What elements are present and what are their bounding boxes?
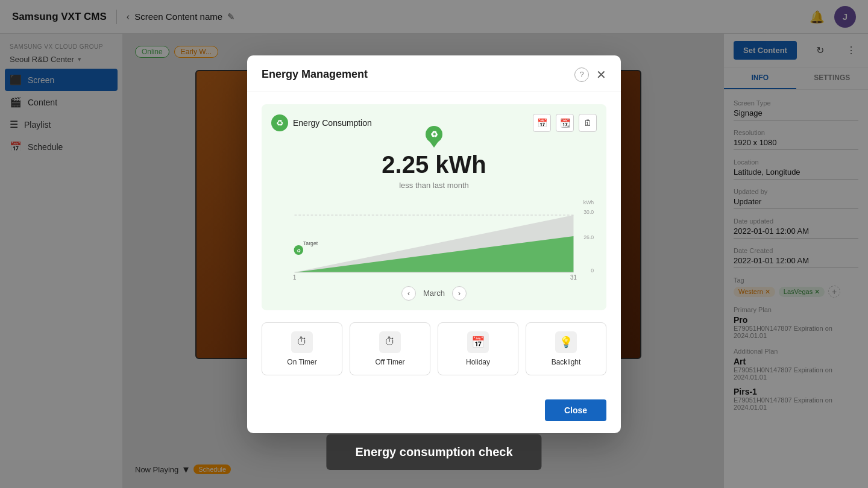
modal-header: Energy Management ? ✕ (247, 55, 621, 92)
calendar-week-icon[interactable]: 📆 (556, 114, 574, 132)
chart-nav: ‹ March › (271, 286, 597, 301)
modal-footer: Close (247, 399, 621, 433)
energy-card: ♻ Energy Consumption 📅 📆 🗓 (262, 104, 606, 310)
chart-month-label: March (423, 289, 445, 298)
modal-overlay[interactable]: Energy Management ? ✕ ♻ Energy Consumpti… (0, 0, 868, 488)
svg-text:1: 1 (293, 274, 296, 280)
svg-text:♻: ♻ (430, 130, 438, 139)
backlight-button[interactable]: 💡 Backlight (526, 322, 606, 375)
calendar-month-icon[interactable]: 🗓 (579, 114, 597, 132)
svg-text:kWh: kWh (583, 199, 594, 205)
energy-leaf-icon: ♻ (271, 114, 288, 131)
off-timer-icon: ⏱ (379, 331, 401, 353)
chart-next-button[interactable]: › (452, 286, 467, 301)
svg-text:♻: ♻ (297, 248, 301, 253)
svg-text:0: 0 (591, 267, 594, 273)
energy-sub-label: less than last month (271, 181, 597, 190)
svg-text:30.0: 30.0 (583, 208, 594, 214)
backlight-label: Backlight (552, 358, 581, 366)
svg-marker-1 (428, 139, 440, 148)
svg-marker-9 (295, 236, 574, 272)
modal-title: Energy Management (262, 68, 368, 81)
holiday-button[interactable]: 📅 Holiday (438, 322, 518, 375)
on-timer-button[interactable]: ⏱ On Timer (262, 322, 342, 375)
location-pin-icon: ♻ (424, 126, 444, 148)
energy-section-title: Energy Consumption (293, 118, 372, 128)
feature-buttons-row: ⏱ On Timer ⏱ Off Timer 📅 Holiday 💡 Backl… (262, 322, 606, 375)
off-timer-label: Off Timer (375, 358, 404, 366)
chart-prev-button[interactable]: ‹ (401, 286, 416, 301)
calendar-icons: 📅 📆 🗓 (533, 114, 597, 132)
calendar-day-icon[interactable]: 📅 (533, 114, 551, 132)
on-timer-icon: ⏱ (291, 331, 313, 353)
energy-value: 2.25 kWh (382, 151, 486, 178)
bottom-tooltip: Energy consumption check (326, 434, 541, 470)
chart-area: kWh 30.0 26.0 0 Target (271, 197, 597, 281)
on-timer-label: On Timer (287, 358, 316, 366)
backlight-icon: 💡 (555, 331, 577, 353)
energy-card-title: ♻ Energy Consumption (271, 114, 372, 131)
svg-text:26.0: 26.0 (583, 234, 594, 240)
svg-text:31: 31 (570, 274, 577, 280)
close-icon[interactable]: ✕ (596, 69, 606, 81)
holiday-icon: 📅 (467, 331, 489, 353)
off-timer-button[interactable]: ⏱ Off Timer (350, 322, 430, 375)
energy-main: ♻ 2.25 kWh less than last month (271, 139, 597, 190)
holiday-label: Holiday (466, 358, 490, 366)
modal-close-button[interactable]: Close (545, 399, 606, 421)
help-icon[interactable]: ? (574, 67, 589, 82)
modal-header-actions: ? ✕ (574, 67, 606, 82)
energy-chart: kWh 30.0 26.0 0 Target (271, 197, 597, 281)
svg-text:Target: Target (303, 240, 318, 246)
modal-body: ♻ Energy Consumption 📅 📆 🗓 (247, 92, 621, 399)
energy-management-modal: Energy Management ? ✕ ♻ Energy Consumpti… (247, 55, 621, 433)
